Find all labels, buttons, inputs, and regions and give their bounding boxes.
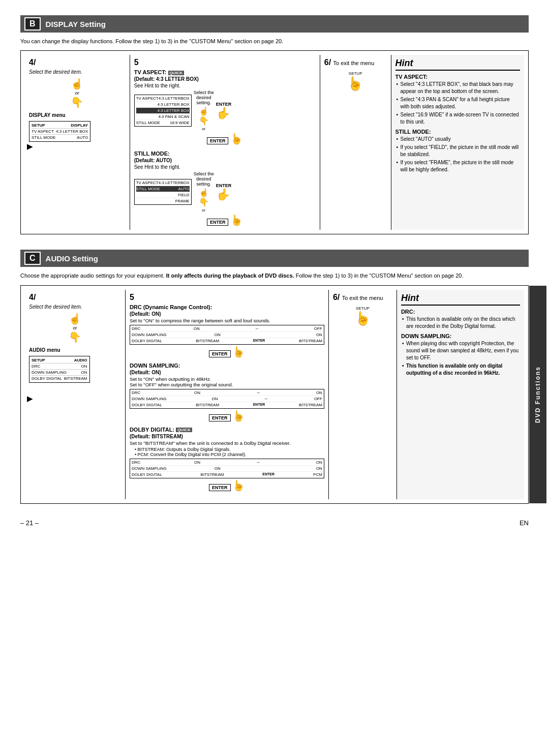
enter-btn-drc: ENTER <box>209 350 231 357</box>
page-number: – 21 – <box>20 519 39 527</box>
audio-diagram: 4/ Select the desired item. ☝ or 👇 AUDIO… <box>20 285 529 504</box>
display-section-title: DISPLAY Setting <box>46 20 106 28</box>
down-sampling-default: (Default: ON) <box>130 370 324 375</box>
hint-drc-title: DRC: <box>401 309 520 315</box>
audio-step4-num: 4/ <box>29 293 121 302</box>
audio-description-bold: It only affects during the playback of D… <box>166 273 294 279</box>
down-sampling-desc2: Set to "OFF" when outputting the origina… <box>130 382 324 387</box>
still-mode-default: (Default: AUTO) <box>134 158 316 163</box>
enter-btn-still: ENTER <box>207 219 229 226</box>
audio-step4: 4/ Select the desired item. ☝ or 👇 AUDIO… <box>25 290 126 499</box>
dolby-bullet-1: • BITSTREAM: Outputs a Dolby Digital Sig… <box>130 447 324 452</box>
display-hint-header: Hint <box>395 58 520 71</box>
setup-label-audio: SETUP <box>333 306 392 311</box>
audio-menu-label: AUDIO menu <box>29 347 121 353</box>
down-sampling-desc1: Set to "ON" when outputting in 48kHz. <box>130 376 324 382</box>
enter-btn-tv: ENTER <box>207 137 229 144</box>
hint-down-sampling-bullet-1: When playing disc with copyright Protect… <box>401 340 520 361</box>
page-footer: – 21 – EN <box>20 519 529 527</box>
still-mode-hint-ref: See Hint to the right. <box>134 164 316 170</box>
hint-drc-bullet-1: This function is available only on the d… <box>401 316 520 330</box>
display-diagram: 4/ Select the desired item. ☝ or 👇 DISPL… <box>20 50 529 234</box>
section-letter-b: B <box>24 17 41 31</box>
dvd-functions-label: DVD Functions <box>529 286 546 503</box>
drc-desc: Set to "ON" to compress the range betwee… <box>130 318 324 323</box>
enter-btn-down-sampling: ENTER <box>209 414 231 421</box>
audio-section-title: AUDIO Setting <box>46 254 98 263</box>
display-description: You can change the display functions. Fo… <box>20 38 529 45</box>
hint-still-mode-title: STILL MODE: <box>395 129 520 135</box>
hint-down-sampling-title: DOWN SAMPLING: <box>401 333 520 339</box>
step4-label: Select the desired item. <box>29 69 126 75</box>
hint-tv-bullet-2: Select "4:3 PAN & SCAN" for a full heigh… <box>395 96 520 110</box>
dolby-menu: DRCON↔ON DOWN SAMPLINGONON DOLBY DIGITAL… <box>130 459 324 478</box>
hint-tv-bullet-1: Select "4:3 LETTER BOX", so that black b… <box>395 81 520 95</box>
drc-menu: DRCON↔OFF DOWN SAMPLINGONON DOLBY DIGITA… <box>130 325 324 345</box>
quick-badge-dolby: QUICK <box>176 428 192 432</box>
display-step6: 6/ To exit the menu SETUP ☝ <box>320 55 391 230</box>
audio-hint-header: Hint <box>401 293 520 306</box>
audio-step4-label: Select the desired item. <box>29 304 121 310</box>
drc-title: DRC (Dynamic Range Control): <box>130 304 324 310</box>
audio-mini-menu: SETUPAUDIO DRCON DOWN SAMPLINGON DOLBY D… <box>29 356 90 383</box>
audio-step6: 6/ To exit the menu SETUP ☝ <box>329 290 397 499</box>
step5-num: 5 <box>134 58 316 67</box>
audio-step6-num: 6/ To exit the menu <box>333 293 392 302</box>
hint-tv-aspect-title: TV ASPECT: <box>395 74 520 80</box>
audio-section: C AUDIO Setting Choose the appropriate a… <box>20 250 529 503</box>
display-hint-box: Hint TV ASPECT: Select "4:3 LETTER BOX",… <box>391 55 524 230</box>
audio-step5-num: 5 <box>130 293 324 302</box>
audio-or-text: or <box>29 325 121 330</box>
enter-btn-dolby: ENTER <box>209 484 231 491</box>
tv-aspect-menu: TV ASPECT4:3 LETTERBOX 4:3 LETTER BOX 4:… <box>134 95 192 127</box>
dolby-default: (Default: BITSTREAM) <box>130 434 324 439</box>
tv-aspect-hint-ref: See Hint to the right. <box>134 83 316 88</box>
language-indicator: EN <box>520 519 529 527</box>
section-letter-c: C <box>24 252 41 265</box>
audio-description: Choose the appropriate audio settings fo… <box>20 272 529 280</box>
display-section: B DISPLAY Setting You can change the dis… <box>20 15 529 234</box>
step6-num: 6/ To exit the menu <box>324 58 387 67</box>
hint-still-bullet-1: Select "AUTO" usually <box>395 136 520 143</box>
tv-aspect-default: (Default: 4:3 LETTER BOX) <box>134 76 316 82</box>
hint-still-bullet-2: If you select "FIELD", the picture in th… <box>395 144 520 158</box>
display-menu-label: DISPLAY menu <box>29 112 126 118</box>
down-sampling-menu: DRCON↔ON DOWN SAMPLINGON↔OFF DOLBY DIGIT… <box>130 389 324 409</box>
display-step5: 5 TV ASPECT: QUICK (Default: 4:3 LETTER … <box>130 55 320 230</box>
still-mode-title: STILL MODE: <box>134 150 316 157</box>
tv-aspect-title: TV ASPECT: QUICK <box>134 69 316 75</box>
quick-badge-tv: QUICK <box>168 71 185 75</box>
display-mini-menu: SETUPDISPLAY TV ASPECT4:3 LETTER BOX STI… <box>29 121 90 142</box>
audio-hint-box: Hint DRC: This function is available onl… <box>397 290 524 499</box>
display-section-header: B DISPLAY Setting <box>20 15 529 33</box>
down-sampling-title: DOWN SAMPLING: <box>130 362 324 369</box>
audio-step5: 5 DRC (Dynamic Range Control): (Default:… <box>126 290 329 499</box>
audio-section-header: C AUDIO Setting <box>20 250 529 267</box>
drc-default: (Default: ON) <box>130 311 324 317</box>
dolby-desc: Set to "BITSTREAM" when the unit is conn… <box>130 440 324 446</box>
hint-tv-bullet-3: Select "16:9 WIDE" if a wide-screen TV i… <box>395 111 520 126</box>
hint-down-sampling-bold: This function is available only on digit… <box>401 362 520 377</box>
dolby-title: DOLBY DIGITAL: QUICK <box>130 427 324 433</box>
or-text: or <box>29 90 126 96</box>
display-step4: 4/ Select the desired item. ☝ or 👇 DISPL… <box>25 55 130 230</box>
dolby-bullet-2: • PCM: Convert the Dolby Digital into PC… <box>130 452 324 457</box>
hint-still-bullet-3: If you select "FRAME", the picture in th… <box>395 159 520 173</box>
step4-num: 4/ <box>29 58 126 67</box>
still-mode-menu: TV ASPECT4:3 LETTERBOX STILL MODEAUTO FI… <box>134 179 192 205</box>
